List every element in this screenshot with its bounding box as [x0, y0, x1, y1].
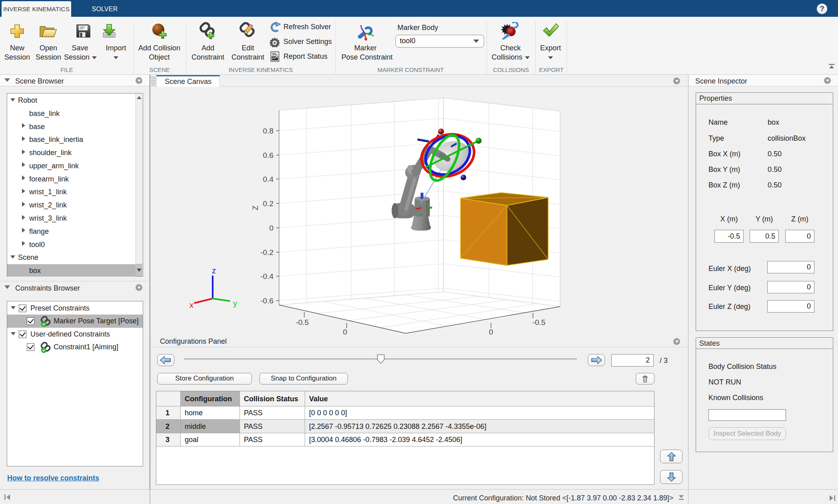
svg-text:-0.5: -0.5	[296, 318, 309, 327]
svg-text:0: 0	[269, 224, 273, 232]
svg-text:-0.6: -0.6	[260, 297, 273, 305]
svg-text:-0.4: -0.4	[260, 272, 273, 281]
svg-text:0.8: 0.8	[263, 127, 273, 135]
svg-text:Z: Z	[251, 205, 259, 210]
svg-text:0.4: 0.4	[263, 175, 274, 183]
svg-text:0: 0	[343, 328, 347, 335]
svg-text:0.2: 0.2	[263, 199, 273, 208]
svg-text:x: x	[190, 301, 194, 309]
svg-text:y: y	[233, 299, 237, 308]
svg-text:-0.5: -0.5	[533, 318, 546, 327]
svg-text:-0.2: -0.2	[260, 248, 273, 257]
svg-text:0: 0	[489, 328, 493, 335]
svg-text:0.6: 0.6	[263, 151, 273, 159]
svg-text:z: z	[212, 266, 216, 275]
